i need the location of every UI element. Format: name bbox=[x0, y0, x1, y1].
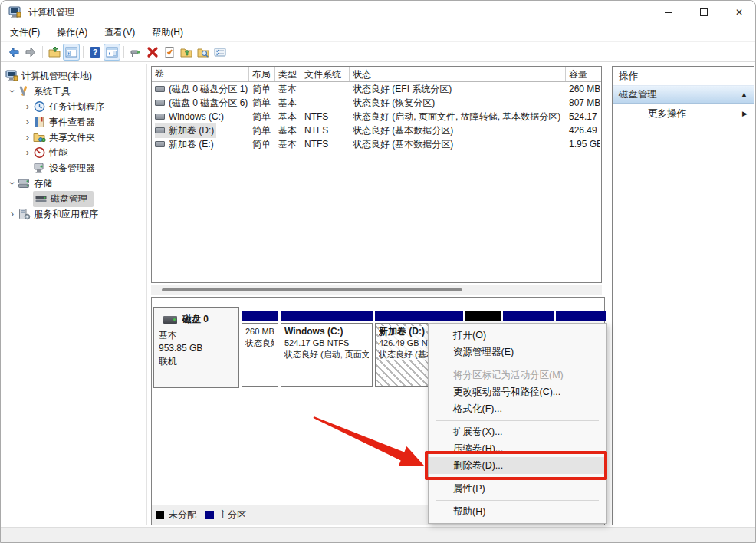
volume-type: 基本 bbox=[275, 83, 301, 96]
column-header-filesystem[interactable]: 文件系统 bbox=[301, 67, 350, 81]
disk-management-section-header[interactable]: 磁盘管理 ▲ bbox=[613, 85, 754, 104]
checklist-button[interactable] bbox=[161, 44, 178, 61]
menu-item-explorer[interactable]: 资源管理器(E) bbox=[429, 344, 606, 360]
volume-filesystem: NTFS bbox=[301, 111, 350, 122]
volume-layout: 简单 bbox=[249, 124, 275, 137]
maximize-icon bbox=[700, 8, 708, 16]
tree-item-task-scheduler[interactable]: › 任务计划程序 bbox=[1, 99, 146, 114]
menu-item-help[interactable]: 帮助(H) bbox=[429, 503, 606, 520]
tree-item-system-tools[interactable]: › 系统工具 bbox=[1, 84, 146, 99]
search-folder-button[interactable] bbox=[195, 44, 212, 61]
menu-help[interactable]: 帮助(H) bbox=[144, 24, 191, 41]
menu-separator bbox=[429, 360, 606, 367]
tree-item-shared-folders[interactable]: › 共享文件夹 bbox=[1, 130, 146, 145]
horizontal-scrollbar[interactable] bbox=[151, 285, 602, 295]
help-button[interactable]: ? bbox=[87, 44, 104, 61]
volume-type: 基本 bbox=[275, 124, 301, 137]
maximize-button[interactable] bbox=[686, 1, 721, 24]
tree-item-event-viewer[interactable]: › 事件查看器 bbox=[1, 114, 146, 130]
search-folder-icon bbox=[197, 46, 209, 58]
disk-info-box[interactable]: 磁盘 0 基本 953.85 GB 联机 bbox=[153, 307, 239, 388]
partition-size: 524.17 GB NTFS bbox=[284, 337, 369, 349]
volume-capacity: 524.17 GB bbox=[566, 111, 600, 122]
partition-efi[interactable]: 260 MB 状态良好 (EFI 系统分区) bbox=[242, 311, 278, 387]
actions-panel-title: 操作 bbox=[613, 67, 754, 84]
tree-item-label: 设备管理器 bbox=[49, 162, 95, 175]
tree-item-performance[interactable]: › 性能 bbox=[1, 145, 146, 160]
back-button[interactable] bbox=[5, 44, 22, 61]
event-viewer-icon bbox=[33, 116, 46, 128]
tree-item-services-applications[interactable]: › 服务和应用程序 bbox=[1, 206, 146, 222]
partition-status: 状态良好 (启动, 页面文件, 故障转储, 基本数据分区) bbox=[284, 349, 369, 360]
table-row[interactable]: (磁盘 0 磁盘分区 1) 简单 基本 状态良好 (EFI 系统分区) 260 … bbox=[152, 82, 601, 96]
menu-item-format[interactable]: 格式化(F)... bbox=[429, 400, 606, 417]
scrollbar-thumb[interactable] bbox=[162, 288, 462, 291]
chevron-expanded-icon[interactable]: › bbox=[7, 86, 18, 97]
menu-item-extend-volume[interactable]: 扩展卷(X)... bbox=[429, 423, 606, 440]
volume-status: 状态良好 (基本数据分区) bbox=[350, 138, 566, 151]
disk-management-icon bbox=[35, 193, 48, 205]
up-folder-button[interactable] bbox=[46, 44, 63, 61]
tree-item-disk-management[interactable]: 磁盘管理 bbox=[1, 191, 146, 206]
table-row[interactable]: (磁盘 0 磁盘分区 6) 简单 基本 状态良好 (恢复分区) 807 MB bbox=[152, 96, 601, 110]
chevron-collapsed-icon[interactable]: › bbox=[22, 117, 33, 127]
tree-item-device-manager[interactable]: 设备管理器 bbox=[1, 160, 146, 176]
action-pane-icon bbox=[106, 46, 118, 58]
table-row[interactable]: Windows (C:) 简单 基本 NTFS 状态良好 (启动, 页面文件, … bbox=[152, 110, 601, 123]
forward-button[interactable] bbox=[22, 44, 39, 61]
submenu-arrow-icon: ▶ bbox=[742, 110, 748, 117]
export-folder-button[interactable] bbox=[178, 44, 195, 61]
show-console-tree-button[interactable] bbox=[63, 44, 80, 61]
table-row-selected[interactable]: 新加卷 (D:) 简单 基本 NTFS 状态良好 (基本数据分区) 426.49… bbox=[152, 123, 601, 137]
column-header-type[interactable]: 类型 bbox=[275, 67, 301, 81]
chevron-expanded-icon[interactable]: › bbox=[7, 178, 18, 189]
device-action-button[interactable] bbox=[127, 44, 144, 61]
close-button[interactable]: ✕ bbox=[721, 1, 756, 24]
check-document-icon bbox=[163, 46, 176, 58]
column-header-status[interactable]: 状态 bbox=[350, 67, 566, 81]
column-header-layout[interactable]: 布局 bbox=[249, 67, 275, 81]
delete-button[interactable] bbox=[144, 44, 161, 61]
volume-status: 状态良好 (基本数据分区) bbox=[350, 124, 566, 137]
forward-icon bbox=[25, 46, 37, 58]
table-row[interactable]: 新加卷 (E:) 简单 基本 NTFS 状态良好 (基本数据分区) 1.95 G… bbox=[152, 137, 601, 151]
menu-item-mark-active-partition: 将分区标记为活动分区(M) bbox=[429, 367, 606, 383]
partition-color-bar bbox=[375, 311, 463, 321]
menu-view[interactable]: 查看(V) bbox=[97, 24, 143, 41]
tree-item-computer-management[interactable]: 计算机管理(本地) bbox=[1, 68, 146, 84]
tree-item-label: 共享文件夹 bbox=[49, 131, 95, 144]
volume-icon bbox=[155, 86, 165, 92]
chevron-collapsed-icon[interactable]: › bbox=[7, 209, 18, 219]
menu-item-open[interactable]: 打开(O) bbox=[429, 327, 606, 344]
volume-capacity: 1.95 GB bbox=[566, 139, 600, 150]
volume-table-header: 卷 布局 类型 文件系统 状态 容量 bbox=[152, 67, 601, 82]
computer-management-icon bbox=[5, 70, 18, 82]
properties-button[interactable] bbox=[212, 44, 228, 61]
menu-item-properties[interactable]: 属性(P) bbox=[429, 480, 606, 497]
collapse-icon[interactable]: ▲ bbox=[741, 90, 748, 98]
volume-icon bbox=[155, 100, 165, 106]
partition-windows-c[interactable]: Windows (C:) 524.17 GB NTFS 状态良好 (启动, 页面… bbox=[281, 311, 373, 387]
annotation-arrow bbox=[296, 403, 438, 476]
menu-item-change-drive-letter[interactable]: 更改驱动器号和路径(C)... bbox=[429, 383, 606, 400]
chevron-collapsed-icon[interactable]: › bbox=[22, 147, 33, 158]
more-actions-item[interactable]: 更多操作 ▶ bbox=[613, 104, 754, 123]
column-header-volume[interactable]: 卷 bbox=[152, 67, 249, 81]
chevron-collapsed-icon[interactable]: › bbox=[22, 101, 33, 112]
volume-layout: 简单 bbox=[249, 83, 275, 96]
volume-layout: 简单 bbox=[249, 97, 275, 110]
tree-item-storage[interactable]: › 存储 bbox=[1, 176, 146, 191]
show-action-pane-button[interactable] bbox=[104, 44, 120, 61]
volume-list-pane: 卷 布局 类型 文件系统 状态 容量 (磁盘 0 磁盘分区 1) 简单 基本 状… bbox=[151, 66, 602, 283]
close-icon: ✕ bbox=[735, 7, 743, 18]
volume-name: 新加卷 (E:) bbox=[169, 138, 214, 151]
tree-item-label: 存储 bbox=[34, 177, 52, 190]
menu-file[interactable]: 文件(F) bbox=[2, 24, 48, 41]
menu-separator bbox=[429, 497, 606, 503]
column-header-capacity[interactable]: 容量 bbox=[566, 67, 600, 81]
volume-type: 基本 bbox=[275, 110, 301, 123]
menu-action[interactable]: 操作(A) bbox=[49, 24, 95, 41]
chevron-collapsed-icon[interactable]: › bbox=[22, 132, 33, 143]
tree-item-label: 计算机管理(本地) bbox=[21, 70, 92, 83]
minimize-button[interactable] bbox=[651, 1, 686, 24]
